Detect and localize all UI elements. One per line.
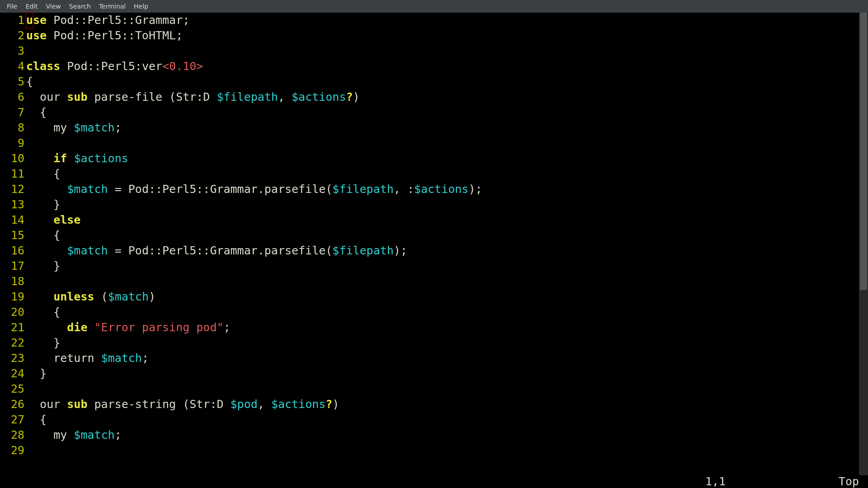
token [26,152,53,165]
code-line[interactable]: 11 { [0,166,868,182]
code-content[interactable]: } [25,258,60,274]
token: ( [94,290,108,303]
code-line[interactable]: 27 { [0,412,868,427]
token: ); [394,244,407,257]
line-number: 12 [0,182,25,197]
code-line[interactable]: 17 } [0,258,868,274]
code-content[interactable]: $match = Pod::Perl5::Grammar.parsefile($… [25,243,407,258]
code-line[interactable]: 16 $match = Pod::Perl5::Grammar.parsefil… [0,243,868,258]
menu-view[interactable]: View [42,1,65,11]
code-line[interactable]: 6 our sub parse-file (Str:D $filepath, $… [0,89,868,105]
code-line[interactable]: 7 { [0,105,868,120]
code-content[interactable]: { [25,305,60,320]
code-line[interactable]: 21 die "Error parsing pod"; [0,320,868,335]
code-line[interactable]: 4class Pod::Perl5:ver<0.10> [0,59,868,74]
token [26,244,67,257]
token: { [26,413,47,426]
code-content[interactable] [25,274,26,289]
code-content[interactable]: use Pod::Perl5::Grammar; [25,13,189,28]
code-content[interactable]: class Pod::Perl5:ver<0.10> [25,59,203,74]
token: ; [115,121,122,134]
code-content[interactable]: our sub parse-file (Str:D $filepath, $ac… [25,89,360,105]
token: $filepath [217,90,278,103]
token: "Error parsing pod" [94,321,224,334]
token: return [26,352,101,365]
code-content[interactable]: if $actions [25,151,128,166]
line-number: 29 [0,443,25,458]
code-content[interactable] [25,443,26,458]
code-line[interactable]: 28 my $match; [0,427,868,443]
code-content[interactable]: } [25,366,47,381]
line-number: 18 [0,274,25,289]
code-line[interactable]: 22 } [0,335,868,351]
token: ); [468,183,482,196]
code-line[interactable]: 3 [0,43,868,59]
menu-terminal[interactable]: Terminal [95,1,130,11]
token: $match [67,244,108,257]
code-line[interactable]: 25 [0,381,868,397]
code-content[interactable]: } [25,197,60,212]
token: $actions [292,90,346,103]
editor-viewport[interactable]: 1use Pod::Perl5::Grammar;2use Pod::Perl5… [0,13,868,475]
code-content[interactable]: $match = Pod::Perl5::Grammar.parsefile($… [25,182,482,197]
token: , : [394,183,414,196]
token: $match [74,428,114,441]
code-content[interactable]: { [25,228,60,243]
token: } [26,367,47,380]
token: , [278,90,292,103]
code-line[interactable]: 26 our sub parse-string (Str:D $pod, $ac… [0,397,868,412]
code-content[interactable]: my $match; [25,427,122,443]
token: parse-string (Str:D [87,398,230,411]
code-content[interactable] [25,381,26,397]
code-line[interactable]: 19 unless ($match) [0,289,868,305]
line-number: 13 [0,197,25,212]
code-content[interactable]: use Pod::Perl5::ToHTML; [25,28,183,43]
code-content[interactable]: else [25,212,80,228]
code-content[interactable]: our sub parse-string (Str:D $pod, $actio… [25,397,339,412]
code-content[interactable]: unless ($match) [25,289,156,305]
line-number: 24 [0,366,25,381]
line-number: 1 [0,13,25,28]
code-line[interactable]: 13 } [0,197,868,212]
token [87,321,94,334]
menu-help[interactable]: Help [130,1,152,11]
code-content[interactable]: my $match; [25,120,122,136]
code-line[interactable]: 23 return $match; [0,351,868,366]
code-line[interactable]: 8 my $match; [0,120,868,136]
code-line[interactable]: 20 { [0,305,868,320]
menu-search[interactable]: Search [65,1,95,11]
code-content[interactable]: die "Error parsing pod"; [25,320,231,335]
menu-edit[interactable]: Edit [21,1,42,11]
token: = Pod::Perl5::Grammar.parsefile( [108,244,333,257]
line-number: 2 [0,28,25,43]
menu-file[interactable]: File [3,1,21,11]
code-content[interactable]: { [25,105,47,120]
code-line[interactable]: 18 [0,274,868,289]
token: my [26,121,74,134]
code-line[interactable]: 15 { [0,228,868,243]
code-content[interactable] [25,43,26,59]
code-line[interactable]: 24 } [0,366,868,381]
code-content[interactable] [25,136,26,151]
token: se [33,14,47,27]
code-line[interactable]: 9 [0,136,868,151]
code-line[interactable]: 1use Pod::Perl5::Grammar; [0,13,868,28]
code-line[interactable]: 2use Pod::Perl5::ToHTML; [0,28,868,43]
code-content[interactable]: { [25,166,60,182]
line-number: 8 [0,120,25,136]
code-line[interactable]: 12 $match = Pod::Perl5::Grammar.parsefil… [0,182,868,197]
code-content[interactable]: return $match; [25,351,149,366]
scrollbar-track[interactable] [859,13,868,475]
token: } [26,198,60,211]
code-line[interactable]: 14 else [0,212,868,228]
line-number: 7 [0,105,25,120]
code-content[interactable]: { [25,412,47,427]
code-content[interactable]: } [25,335,60,351]
line-number: 6 [0,89,25,105]
scrollbar-thumb[interactable] [860,13,867,290]
code-line[interactable]: 10 if $actions [0,151,868,166]
token: $actions [414,183,468,196]
code-line[interactable]: 5{ [0,74,868,89]
code-content[interactable]: { [25,74,33,89]
code-line[interactable]: 29 [0,443,868,458]
